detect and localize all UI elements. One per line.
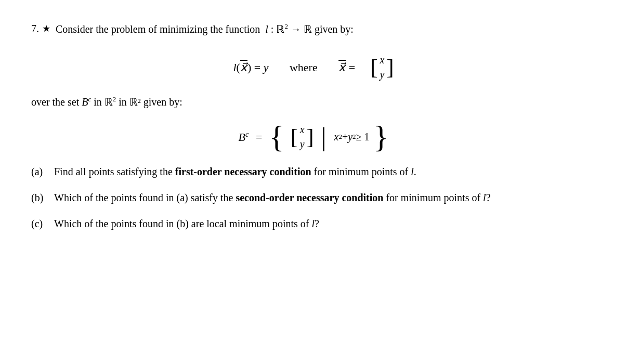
vec-equals: x⃗ = [338, 59, 355, 76]
set-matrix: [ x y ] [291, 123, 314, 151]
part-a-content: Find all points satisfying the first-ord… [54, 163, 596, 180]
set-bracket-left: [ [291, 126, 298, 148]
curly-left: { [269, 123, 284, 151]
over-set-label2: in ℝ² given by: [119, 96, 182, 108]
part-b-label: (b) [31, 189, 50, 206]
bracket-right: ] [387, 56, 394, 78]
set-condition: x2 + y2 ≥ 1 [332, 129, 370, 145]
number-label: 7. [31, 21, 39, 36]
where-label: where [290, 59, 318, 76]
l-equation: l(x⃗) = y [233, 59, 268, 76]
over-set-label1: over the set [31, 96, 79, 108]
set-notation: Bc = { [ x y ] | x2 + y2 ≥ 1 } [239, 123, 389, 151]
part-c-label: (c) [31, 215, 50, 232]
part-a: (a) Find all points satisfying the first… [31, 163, 596, 180]
star-icon: ★ [42, 22, 50, 36]
part-a-label: (a) [31, 163, 50, 180]
set-bracket-right: ] [307, 126, 314, 148]
part-c-content: Which of the points found in (b) are loc… [54, 215, 596, 232]
set-matrix-y: y [300, 137, 305, 151]
part-a-text-before: Find all points satisfying the [54, 166, 175, 177]
part-a-end: . [414, 166, 416, 177]
part-c-text-before: Which of the points found in (b) are loc… [54, 218, 309, 229]
part-a-text-after: for minimum points of [311, 166, 409, 177]
over-set-text: over the set Bc in ℝ2 in ℝ² given by: [31, 94, 596, 110]
curly-right: } [374, 123, 389, 151]
part-a-bold: first-order necessary condition [175, 166, 311, 177]
bc-label: Bc [239, 128, 249, 146]
matrix-row-y: y [380, 68, 385, 81]
part-b-text-before: Which of the points found in (a) satisfy… [54, 192, 236, 203]
problem-number: 7. ★ [31, 21, 50, 36]
part-b-text-after: for minimum points of [383, 192, 480, 203]
part-b-bold: second-order necessary condition [236, 192, 383, 203]
parts-list: (a) Find all points satisfying the first… [31, 163, 596, 232]
problem-description: Consider the problem of minimizing the f… [56, 21, 354, 37]
part-c-end: ? [315, 218, 319, 229]
function-desc: l : ℝ2 → ℝ given by: [263, 23, 354, 35]
header-text: Consider the problem of minimizing the f… [56, 23, 260, 35]
problem-header: 7. ★ Consider the problem of minimizing … [31, 21, 596, 37]
equation-block: l(x⃗) = y where x⃗ = [ x y ] [233, 53, 394, 81]
part-b-content: Which of the points found in (a) satisfy… [54, 189, 596, 206]
set-equation: Bc = { [ x y ] | x2 + y2 ≥ 1 } [31, 123, 596, 151]
part-c: (c) Which of the points found in (b) are… [31, 215, 596, 232]
main-equation: l(x⃗) = y where x⃗ = [ x y ] [31, 53, 596, 81]
matrix-row-x: x [380, 53, 385, 67]
matrix-content: x y [380, 53, 385, 81]
set-separator: | [321, 125, 326, 149]
part-b: (b) Which of the points found in (a) sat… [31, 189, 596, 206]
matrix-xy: [ x y ] [371, 53, 394, 81]
set-matrix-content: x y [300, 123, 305, 151]
set-matrix-x: x [300, 123, 305, 136]
problem-container: 7. ★ Consider the problem of minimizing … [31, 21, 596, 232]
bracket-left: [ [371, 56, 378, 78]
part-b-end: ? [486, 192, 491, 203]
in-r2: in ℝ2 [94, 96, 119, 108]
